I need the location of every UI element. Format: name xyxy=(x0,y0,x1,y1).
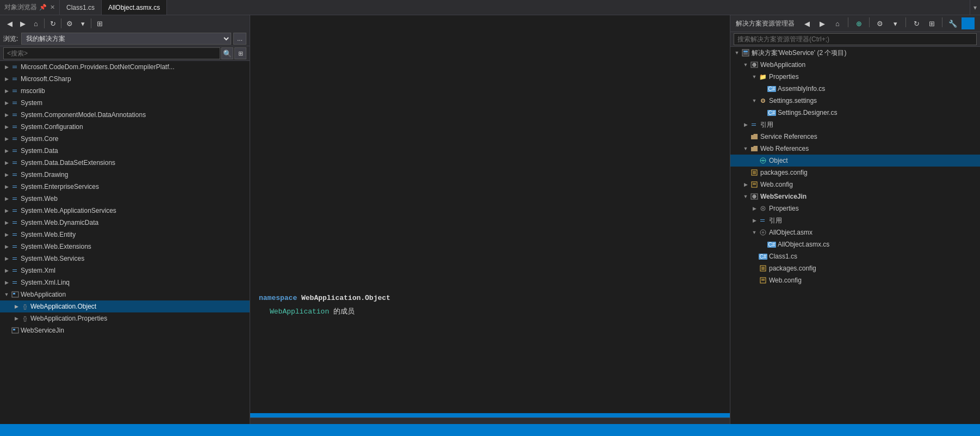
st-class1-cs[interactable]: C# Class1.cs xyxy=(730,250,980,262)
new-solution-button[interactable]: ⊕ xyxy=(852,17,865,29)
st-allobject-asmx[interactable]: ▼ AllObject.asmx xyxy=(730,226,980,238)
pin-button-right[interactable] xyxy=(962,17,975,29)
st-service-references[interactable]: Service References xyxy=(730,131,980,143)
tree-item-system-configuration[interactable]: ▶ System.Configuration xyxy=(0,121,250,133)
back-button[interactable]: ◀ xyxy=(3,17,16,29)
tree-item-system-web-dynamic[interactable]: ▶ System.Web.DynamicData xyxy=(0,217,250,229)
solution-search-input[interactable] xyxy=(734,33,977,45)
tree-item-label: Microsoft.CodeDom.Providers.DotNetCompil… xyxy=(21,63,175,71)
st-label: packages.config xyxy=(760,169,808,176)
main-area: ◀ ▶ ⌂ ↻ ⚙ ▾ ⊞ 浏览: 我的解决方案 ... xyxy=(0,15,980,424)
st-allobject-asmx-cs[interactable]: C# AllObject.asmx.cs xyxy=(730,238,980,250)
no-expand xyxy=(750,156,759,165)
cs-icon: C# xyxy=(759,252,767,261)
solution-explorer-title: 解决方案资源管理器 xyxy=(736,19,795,28)
st-webservicejin[interactable]: ▼ WebServiceJin xyxy=(730,191,980,202)
st-packages-config1[interactable]: packages.config xyxy=(730,167,980,179)
st-label: 引用 xyxy=(769,216,782,225)
st-solution-root[interactable]: ▼ 解决方案'WebService' (2 个项目) xyxy=(730,47,980,59)
st-assemblyinfo[interactable]: C# AssemblyInfo.cs xyxy=(730,83,980,95)
st-wsj-packages-config[interactable]: packages.config xyxy=(730,262,980,274)
st-web-references[interactable]: ▼ Web References xyxy=(730,143,980,155)
tree-item-webservicejin[interactable]: WebServiceJin xyxy=(0,324,250,336)
solution-explorer-header: 解决方案资源管理器 ◀ ▶ ⌂ ⊕ ⚙ ▾ ↻ ⊞ 🔧 xyxy=(730,15,980,32)
st-properties[interactable]: ▼ 📁 Properties xyxy=(730,71,980,83)
expand-icon: ▶ xyxy=(2,158,11,167)
expand-icon: ▼ xyxy=(750,228,759,237)
settings-dropdown-right[interactable]: ▾ xyxy=(889,17,902,29)
st-label: Object xyxy=(769,157,788,164)
tree-item-system-xml-linq[interactable]: ▶ System.Xml.Linq xyxy=(0,277,250,288)
search-input[interactable] xyxy=(3,47,220,59)
st-settings-settings[interactable]: ▼ Settings.settings xyxy=(730,95,980,107)
ref-icon xyxy=(11,75,20,83)
st-references[interactable]: ▶ 引用 xyxy=(730,119,980,131)
search-button[interactable]: 🔍 xyxy=(221,47,233,59)
tree-item-label: WebApplication xyxy=(21,291,66,298)
panel-close-icon[interactable]: ✕ xyxy=(50,4,55,11)
tree-item-system-componentmodel[interactable]: ▶ System.ComponentModel.DataAnnotations xyxy=(0,109,250,121)
st-label: WebApplication xyxy=(760,61,805,69)
forward-button-right[interactable]: ▶ xyxy=(816,17,829,29)
tab-dropdown-button[interactable]: ▾ xyxy=(970,0,980,15)
tree-item-webapplication[interactable]: ▼ WebApplication xyxy=(0,288,250,300)
pin-icon[interactable]: 📌 xyxy=(39,4,47,11)
st-object[interactable]: Object xyxy=(730,155,980,167)
tree-item-label: System.Drawing xyxy=(21,171,68,179)
st-web-config1[interactable]: ▶ Web.config xyxy=(730,179,980,191)
tree-item-system-data-dataset[interactable]: ▶ System.Data.DataSetExtensions xyxy=(0,157,250,169)
horizontal-scrollbar[interactable] xyxy=(250,417,730,424)
tab-allobject[interactable]: AllObject.asmx.cs xyxy=(102,0,167,15)
tree-item-label: System.Web.Entity xyxy=(21,231,76,238)
refresh-right[interactable]: ↻ xyxy=(910,17,923,29)
tab-class1[interactable]: Class1.cs xyxy=(60,0,102,15)
expand-icon: ▶ xyxy=(2,87,11,95)
tree-item-webapplication-properties[interactable]: ▶ {} WebApplication.Properties xyxy=(0,312,250,324)
ref-icon xyxy=(11,230,20,239)
tree-item-system[interactable]: ▶ System xyxy=(0,97,250,109)
expand-icon: ▼ xyxy=(741,60,750,69)
svg-point-28 xyxy=(760,230,766,235)
solution-tree: ▼ 解决方案'WebService' (2 个项目) ▼ xyxy=(730,47,980,424)
tree-item-system-data[interactable]: ▶ System.Data xyxy=(0,145,250,157)
tree-item-system-web-entity[interactable]: ▶ System.Web.Entity xyxy=(0,229,250,241)
tree-item-system-web[interactable]: ▶ System.Web xyxy=(0,193,250,205)
st-settings-designer[interactable]: C# Settings.Designer.cs xyxy=(730,107,980,119)
tree-item-system-web-app[interactable]: ▶ System.Web.ApplicationServices xyxy=(0,205,250,217)
settings-right[interactable]: ⚙ xyxy=(873,17,886,29)
settings-dropdown[interactable]: ▾ xyxy=(76,17,89,29)
home-button-right[interactable]: ⌂ xyxy=(831,17,844,29)
filter-button[interactable]: ⊞ xyxy=(234,47,246,59)
tree-item-mscodedom[interactable]: ▶ Microsoft.CodeDom.Providers.DotNetComp… xyxy=(0,61,250,73)
sep4 xyxy=(942,17,942,27)
tree-item-microsoft-csharp[interactable]: ▶ Microsoft.CSharp xyxy=(0,73,250,85)
tree-item-label: WebServiceJin xyxy=(21,327,64,334)
tree-item-mscorlib[interactable]: ▶ mscorlib xyxy=(0,85,250,97)
tree-item-system-web-ext[interactable]: ▶ System.Web.Extensions xyxy=(0,241,250,253)
expand-icon: ▶ xyxy=(2,63,11,71)
browse-dots-button[interactable]: ... xyxy=(233,33,246,45)
browse-select[interactable]: 我的解决方案 xyxy=(21,33,231,45)
tree-item-system-enterprise[interactable]: ▶ System.EnterpriseServices xyxy=(0,181,250,193)
st-webapplication[interactable]: ▼ WebApplication xyxy=(730,59,980,71)
tree-item-system-drawing[interactable]: ▶ System.Drawing xyxy=(0,169,250,181)
ref-icon xyxy=(11,158,20,167)
st-wsj-properties[interactable]: ▶ Properties xyxy=(730,202,980,214)
tree-item-system-xml[interactable]: ▶ System.Xml xyxy=(0,265,250,277)
st-wsj-web-config[interactable]: Web.config xyxy=(730,274,980,286)
settings-button[interactable]: ⚙ xyxy=(63,17,76,29)
tree-item-system-core[interactable]: ▶ System.Core xyxy=(0,133,250,145)
members-link[interactable]: WebApplication xyxy=(270,308,329,316)
tree-item-webapplication-object[interactable]: ▶ {} WebApplication.Object xyxy=(0,300,250,312)
st-wsj-references[interactable]: ▶ 引用 xyxy=(730,214,980,226)
solution-explorer-panel: 解决方案资源管理器 ◀ ▶ ⌂ ⊕ ⚙ ▾ ↻ ⊞ 🔧 xyxy=(730,15,980,424)
refresh-button[interactable]: ↻ xyxy=(46,17,59,29)
tree-item-system-web-services[interactable]: ▶ System.Web.Services xyxy=(0,253,250,265)
extra-button[interactable]: ⊞ xyxy=(93,17,106,29)
settings2-right[interactable]: 🔧 xyxy=(946,17,959,29)
back-button-right[interactable]: ◀ xyxy=(801,17,814,29)
copy-right[interactable]: ⊞ xyxy=(925,17,938,29)
home-button[interactable]: ⌂ xyxy=(29,17,42,29)
no-expand xyxy=(759,240,767,249)
forward-button[interactable]: ▶ xyxy=(16,17,29,29)
